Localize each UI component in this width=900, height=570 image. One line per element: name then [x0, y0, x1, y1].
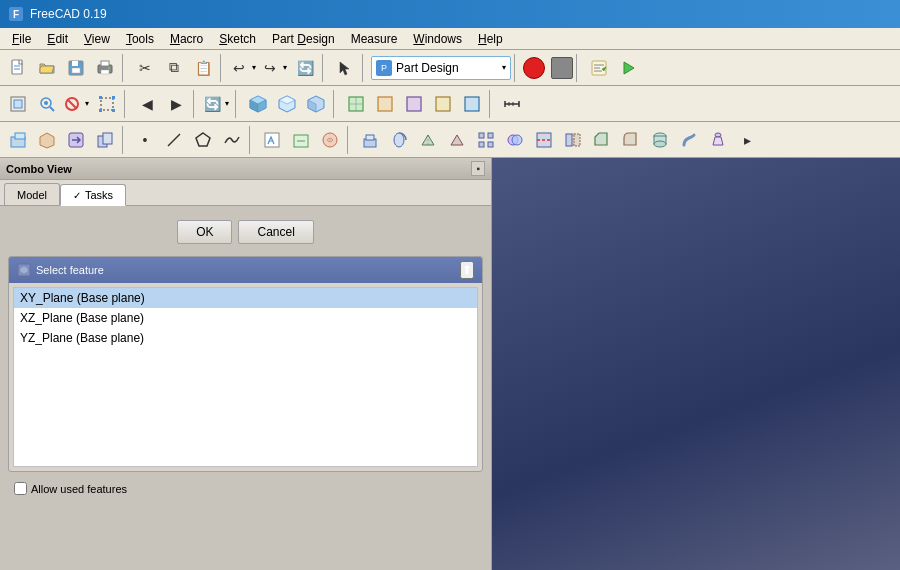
- polygon-button[interactable]: [189, 126, 217, 154]
- section-collapse-button[interactable]: ⬆: [460, 261, 474, 279]
- workspace-icon: P: [376, 60, 392, 76]
- macro-edit-button[interactable]: [585, 54, 613, 82]
- spline-button[interactable]: [218, 126, 246, 154]
- toolbar-sep-6: [576, 54, 582, 82]
- svg-point-71: [512, 135, 522, 145]
- body-create-button[interactable]: [33, 126, 61, 154]
- menu-edit[interactable]: Edit: [39, 30, 76, 48]
- isometric-back-button[interactable]: [302, 90, 330, 118]
- redo-arrow[interactable]: ▾: [280, 54, 290, 82]
- menu-measure[interactable]: Measure: [343, 30, 406, 48]
- feature-item-xz[interactable]: XZ_Plane (Base plane): [14, 308, 477, 328]
- undo-button[interactable]: ↩: [229, 54, 249, 82]
- section-header: Select feature ⬆: [9, 257, 482, 283]
- pattern-button[interactable]: [472, 126, 500, 154]
- draw-style-arrow[interactable]: ▾: [82, 90, 92, 118]
- view-back-button[interactable]: [429, 90, 457, 118]
- view-sep-1: [124, 90, 130, 118]
- redo-button[interactable]: ↪: [260, 54, 280, 82]
- menu-sketch[interactable]: Sketch: [211, 30, 264, 48]
- subtractive-loft-button[interactable]: [443, 126, 471, 154]
- isometric-front-button[interactable]: [273, 90, 301, 118]
- svg-rect-54: [103, 133, 112, 144]
- draw-style-dropdown[interactable]: ▾: [62, 90, 92, 118]
- menu-help[interactable]: Help: [470, 30, 511, 48]
- tab-tasks[interactable]: ✓ Tasks: [60, 184, 126, 206]
- chamfer-button[interactable]: [588, 126, 616, 154]
- menu-part-design[interactable]: Part Design: [264, 30, 343, 48]
- clone-button[interactable]: [91, 126, 119, 154]
- stop-button[interactable]: [551, 57, 573, 79]
- point-button[interactable]: •: [131, 126, 159, 154]
- forward-view-button[interactable]: ▶: [162, 90, 190, 118]
- additive-loft-button[interactable]: [414, 126, 442, 154]
- svg-rect-50: [15, 133, 25, 139]
- pd-sep-2: [249, 126, 255, 154]
- allow-used-row: Allow used features: [8, 478, 483, 499]
- undo-dropdown[interactable]: ↩ ▾: [229, 54, 259, 82]
- pad-button[interactable]: [356, 126, 384, 154]
- save-button[interactable]: [62, 54, 90, 82]
- line-button[interactable]: [160, 126, 188, 154]
- allow-used-checkbox[interactable]: [14, 482, 27, 495]
- sync-dropdown[interactable]: 🔄 ▾: [202, 90, 232, 118]
- fit-all-button[interactable]: [4, 90, 32, 118]
- part-create-button[interactable]: [4, 126, 32, 154]
- record-button[interactable]: [523, 57, 545, 79]
- view-top-button[interactable]: [342, 90, 370, 118]
- draw-style-button[interactable]: [62, 90, 82, 118]
- paste-button[interactable]: 📋: [189, 54, 217, 82]
- ok-button[interactable]: OK: [177, 220, 232, 244]
- svg-rect-28: [112, 109, 115, 112]
- sketch-attachment-button[interactable]: [316, 126, 344, 154]
- view-right-button[interactable]: [458, 90, 486, 118]
- workspace-selector[interactable]: P Part Design ▾: [371, 56, 511, 80]
- feature-item-xy[interactable]: XY_Plane (Base plane): [14, 288, 477, 308]
- menu-macro[interactable]: Macro: [162, 30, 211, 48]
- menu-tools[interactable]: Tools: [118, 30, 162, 48]
- bounding-box-button[interactable]: [93, 90, 121, 118]
- pipe-button[interactable]: [675, 126, 703, 154]
- fillet-button[interactable]: [617, 126, 645, 154]
- combo-view-maximize[interactable]: ▪: [471, 161, 485, 176]
- undo-arrow[interactable]: ▾: [249, 54, 259, 82]
- pointer-button[interactable]: [331, 54, 359, 82]
- menu-windows[interactable]: Windows: [405, 30, 470, 48]
- more-button[interactable]: ▸: [733, 126, 761, 154]
- view-front-button[interactable]: [400, 90, 428, 118]
- boolean-button[interactable]: [501, 126, 529, 154]
- redo-dropdown[interactable]: ↪ ▾: [260, 54, 290, 82]
- view-bottom-button[interactable]: [371, 90, 399, 118]
- back-view-button[interactable]: ◀: [133, 90, 161, 118]
- cut-button[interactable]: ✂: [131, 54, 159, 82]
- cancel-button[interactable]: Cancel: [238, 220, 313, 244]
- viewport-3d[interactable]: [492, 158, 900, 570]
- tab-model[interactable]: Model: [4, 183, 60, 205]
- tab-row: Model ✓ Tasks: [0, 180, 491, 206]
- combo-view-header: Combo View ▪: [0, 158, 491, 180]
- section-button[interactable]: [530, 126, 558, 154]
- sync-button[interactable]: 🔄: [202, 90, 222, 118]
- fit-selection-button[interactable]: [33, 90, 61, 118]
- feature-item-yz[interactable]: YZ_Plane (Base plane): [14, 328, 477, 348]
- tube-button[interactable]: [646, 126, 674, 154]
- refresh-button[interactable]: 🔄: [291, 54, 319, 82]
- menu-file[interactable]: File: [4, 30, 39, 48]
- view-cube-button[interactable]: [244, 90, 272, 118]
- sync-arrow[interactable]: ▾: [222, 90, 232, 118]
- menu-view[interactable]: View: [76, 30, 118, 48]
- import-tip-button[interactable]: [62, 126, 90, 154]
- new-button[interactable]: [4, 54, 32, 82]
- attach-sketch-button[interactable]: [287, 126, 315, 154]
- title-bar: F FreeCAD 0.19: [0, 0, 900, 28]
- play-button[interactable]: [614, 54, 642, 82]
- mirror-button[interactable]: [559, 126, 587, 154]
- svg-rect-69: [488, 142, 493, 147]
- revolution-button[interactable]: [385, 126, 413, 154]
- new-sketch-button[interactable]: [258, 126, 286, 154]
- print-button[interactable]: [91, 54, 119, 82]
- loft-button[interactable]: [704, 126, 732, 154]
- open-button[interactable]: [33, 54, 61, 82]
- measure-view-button[interactable]: [498, 90, 526, 118]
- copy-button[interactable]: ⧉: [160, 54, 188, 82]
